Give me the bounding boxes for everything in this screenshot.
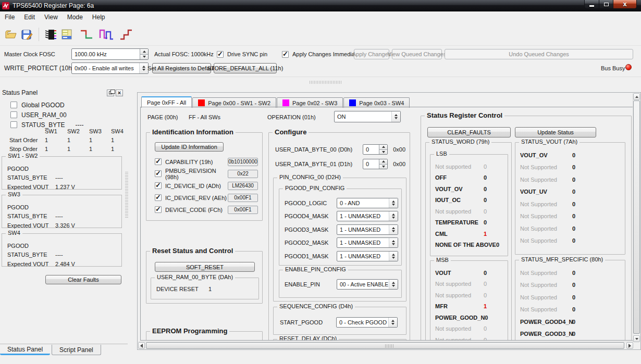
minimize-button[interactable] (584, 0, 599, 9)
expected-vout-label: Expected VOUT (7, 222, 55, 229)
status-bit-value: 0 (484, 174, 504, 181)
checkbox-icon[interactable] (155, 206, 162, 213)
start-pgood-dropdown[interactable]: 0 - Check PGOOD (336, 317, 398, 328)
measure-values-icon[interactable] (59, 27, 75, 42)
pgood-config-dropdown[interactable]: 1 - UNMASKED (337, 237, 398, 248)
menu-item[interactable]: View (40, 12, 63, 23)
status-bit-label: Not Supported (520, 306, 572, 312)
checkbox-icon[interactable] (155, 158, 162, 165)
vertical-splitter-handle[interactable] (125, 172, 128, 218)
dock-tab[interactable]: Script Panel (52, 345, 101, 355)
spin-down-icon[interactable] (379, 149, 387, 155)
page-tab[interactable]: Page 0xFF - All (141, 96, 192, 108)
checkbox-icon[interactable] (155, 194, 162, 201)
spin-up-icon[interactable] (379, 145, 387, 149)
checkbox-icon[interactable] (10, 102, 17, 108)
user-data-spinbox[interactable]: 0 (363, 144, 388, 155)
soft-reset-button[interactable]: SOFT_RESET (155, 262, 255, 272)
cell: 1 (45, 137, 67, 143)
spin-up-icon[interactable] (140, 49, 148, 54)
identification-group: Identification Information Update ID Inf… (146, 132, 263, 221)
apply-immediately-checkbox[interactable]: Apply Changes Immediately (282, 50, 364, 58)
register-value-field[interactable]: 0x00F1 (228, 206, 258, 214)
status-register-control-group: Status Register Control CLEAR_FAULTS Upd… (421, 116, 632, 341)
register-value-field[interactable]: LM26430 (228, 182, 258, 190)
update-id-information-button[interactable]: Update ID Information (155, 142, 224, 152)
undo-queued-changes-button[interactable]: Undo Queued Changes (445, 49, 633, 59)
pgood-config-dropdown[interactable]: 1 - UNMASKED (337, 224, 398, 235)
page-tab[interactable]: Page 0x00 - SW1 - SW2 (192, 97, 276, 108)
scroll-right-icon[interactable] (626, 342, 633, 349)
horizontal-scrollbar[interactable] (138, 342, 633, 349)
group-title: PIN_CONFIG_00 (D2H) (277, 174, 343, 180)
status-checkbox-row[interactable]: USER_RAM_00 (10, 110, 84, 120)
horizontal-splitter-handle[interactable] (310, 81, 342, 84)
device-reset-value: 1 (208, 283, 212, 295)
checkbox-icon[interactable] (282, 51, 289, 58)
scroll-left-icon[interactable] (138, 342, 145, 349)
page-tab[interactable]: Page 0x03 - SW4 (343, 97, 410, 108)
dock-tab[interactable]: Status Panel (0, 345, 50, 355)
horizontal-scroll-thumb[interactable] (146, 342, 624, 349)
status-bit-label: Not Supported (520, 213, 572, 219)
menu-item[interactable]: Mode (63, 12, 88, 23)
maximize-button[interactable] (599, 0, 613, 9)
step-down-wave-icon[interactable] (79, 27, 94, 42)
scroll-up-icon[interactable] (633, 93, 640, 100)
status-byte-label: STATUS_BYTE (7, 213, 55, 219)
checkbox-icon[interactable] (10, 111, 17, 118)
page-tab[interactable]: Page 0x02 - SW3 (277, 97, 343, 108)
page-color-swatch (198, 99, 205, 106)
status-bit-value: 0 (572, 282, 575, 288)
drive-sync-checkbox[interactable]: Drive SYNC pin (217, 50, 267, 58)
spin-up-icon[interactable] (379, 159, 387, 164)
view-queued-changes-button[interactable]: View Queued Changes (392, 49, 442, 59)
row-label: Stop Order (9, 146, 45, 152)
checkbox-icon[interactable] (155, 182, 162, 189)
close-button[interactable]: x (613, 0, 637, 9)
register-value-field[interactable]: 0x00F1 (228, 194, 258, 202)
menu-item[interactable]: Help (88, 12, 110, 23)
expected-vout-value: 3.326 V (55, 222, 75, 229)
register-value-field[interactable]: 0x22 (228, 170, 258, 178)
pgood-config-dropdown[interactable]: 0 - AND (337, 198, 398, 208)
status-checkbox-row[interactable]: Global PGOOD (10, 100, 84, 110)
pgood-config-label: PGOOD1_MASK (282, 253, 337, 259)
master-clock-label: Master Clock FOSC (4, 48, 55, 60)
enable-pin-dropdown[interactable]: 00 - Active ENABLE (337, 279, 398, 290)
register-value-field[interactable]: 0b10100000 (228, 158, 258, 166)
clear-faults-button[interactable]: Clear Faults (45, 275, 121, 284)
square-wave-icon[interactable] (98, 27, 114, 42)
apply-changes-button[interactable]: Apply Changes (354, 49, 389, 59)
spin-down-icon[interactable] (140, 54, 148, 60)
save-file-icon[interactable] (19, 27, 34, 42)
set-all-registers-default-button[interactable]: Set All Registers to Default (152, 63, 211, 73)
scroll-down-icon[interactable] (633, 335, 640, 342)
open-file-icon[interactable] (3, 27, 19, 42)
vertical-scrollbar[interactable] (633, 93, 640, 342)
operation-label: OPERATION (01h) (267, 111, 316, 123)
checkbox-icon[interactable] (217, 51, 224, 58)
spin-down-icon[interactable] (379, 164, 387, 169)
float-panel-icon[interactable] (107, 90, 114, 96)
write-protect-dropdown[interactable]: 0x00 - Enable all writes (71, 62, 149, 74)
master-clock-spinbox[interactable]: 1000.00 kHz (71, 48, 149, 60)
user-data-spinbox[interactable]: 0 (363, 159, 388, 169)
device-chip-icon[interactable] (43, 27, 59, 42)
menu-item[interactable]: Edit (19, 12, 40, 23)
update-status-button[interactable]: Update Status (515, 127, 596, 137)
pgood-config-dropdown[interactable]: 1 - UNMASKED (337, 251, 398, 261)
step-up-wave-icon[interactable] (118, 27, 134, 42)
vertical-scroll-thumb[interactable] (633, 101, 640, 334)
close-panel-icon[interactable]: × (116, 90, 123, 96)
pgood-config-dropdown[interactable]: 1 - UNMASKED (337, 211, 398, 221)
checkbox-icon[interactable] (155, 170, 162, 177)
menu-item[interactable]: File (0, 12, 19, 23)
clear-faults-register-button[interactable]: CLEAR_FAULTS (427, 127, 511, 137)
status-bit-value: 0 (484, 325, 504, 332)
status-bit-label: IOUT_OC (435, 197, 461, 203)
operation-dropdown[interactable]: ON (334, 111, 401, 122)
store-default-all-button[interactable]: STORE_DEFAULT_ALL (11h) (214, 63, 277, 73)
status-bit-value: 0 (572, 189, 575, 195)
checkbox-icon[interactable] (10, 121, 17, 128)
